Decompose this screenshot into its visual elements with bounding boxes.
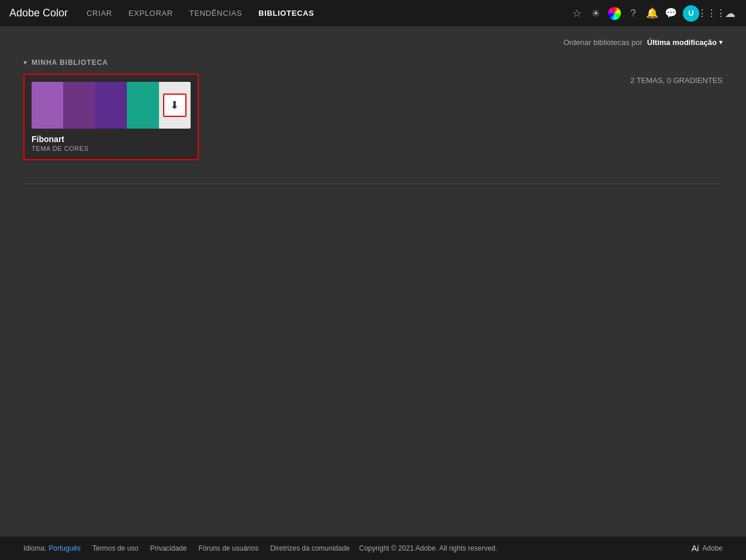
footer-privacy-link[interactable]: Privacidade bbox=[150, 544, 187, 552]
library-header: ▾ MINHA BIBLIOTECA bbox=[23, 58, 723, 67]
library-section: ▾ MINHA BIBLIOTECA ⬇ Fibonart bbox=[23, 58, 723, 160]
chat-icon[interactable]: 💬 bbox=[664, 7, 677, 20]
sort-label: Ordenar bibliotecas por bbox=[564, 38, 643, 47]
help-icon[interactable]: ? bbox=[627, 7, 640, 20]
download-icon: ⬇ bbox=[170, 99, 179, 112]
footer-adobe-label: Adobe bbox=[702, 544, 723, 552]
nav-criar[interactable]: CRIAR bbox=[87, 9, 112, 18]
footer-lang-label: Idioma: bbox=[23, 544, 46, 552]
swatch-1 bbox=[63, 82, 95, 129]
swatch-4: ⬇ bbox=[159, 82, 191, 129]
adobe-logo-icon: Ai bbox=[692, 544, 699, 553]
theme-card[interactable]: ⬇ Fibonart TEMA DE CORES bbox=[23, 74, 199, 160]
download-button[interactable]: ⬇ bbox=[163, 94, 186, 117]
avatar[interactable]: U bbox=[683, 5, 699, 22]
main-content: Ordenar bibliotecas por Última modificaç… bbox=[0, 26, 746, 537]
library-content-row: ⬇ Fibonart TEMA DE CORES 2 TEMAS, 0 GRAD… bbox=[23, 74, 723, 160]
color-wheel-icon[interactable] bbox=[608, 7, 621, 20]
theme-name: Fibonart bbox=[32, 134, 191, 144]
footer-terms-link[interactable]: Termos de uso bbox=[92, 544, 139, 552]
library-name: MINHA BIBLIOTECA bbox=[32, 58, 108, 67]
nav-links: CRIAR EXPLORAR TENDÊNCIAS BIBLIOTECAS bbox=[87, 9, 314, 18]
creative-cloud-icon[interactable]: ☁ bbox=[724, 7, 737, 20]
section-divider bbox=[23, 184, 723, 184]
library-collapse-icon[interactable]: ▾ bbox=[23, 58, 27, 67]
header: Adobe Color CRIAR EXPLORAR TENDÊNCIAS BI… bbox=[0, 0, 746, 26]
header-left: Adobe Color CRIAR EXPLORAR TENDÊNCIAS BI… bbox=[9, 7, 314, 19]
footer-right: Ai Adobe bbox=[692, 544, 723, 553]
sort-chevron-icon: ▾ bbox=[719, 39, 723, 46]
header-right: ☆ ☀ ? 🔔 💬 U ⋮⋮⋮ ☁ bbox=[571, 5, 737, 22]
footer-forums-link[interactable]: Fóruns de usuários bbox=[198, 544, 258, 552]
sort-dropdown[interactable]: Última modificação ▾ bbox=[647, 38, 723, 47]
sort-bar: Ordenar bibliotecas por Última modificaç… bbox=[23, 38, 723, 47]
nav-tendencias[interactable]: TENDÊNCIAS bbox=[189, 9, 242, 18]
nav-bibliotecas[interactable]: BIBLIOTECAS bbox=[258, 9, 314, 18]
app-title: Adobe Color bbox=[9, 7, 68, 19]
swatch-2 bbox=[95, 82, 127, 129]
footer-copyright: Copyright © 2021 Adobe. All rights reser… bbox=[359, 544, 497, 552]
notification-icon[interactable]: 🔔 bbox=[645, 7, 658, 20]
swatch-0 bbox=[32, 82, 63, 129]
footer: Idioma: Português Termos de uso Privacid… bbox=[0, 537, 746, 560]
grid-icon[interactable]: ⋮⋮⋮ bbox=[705, 7, 718, 20]
color-swatches: ⬇ bbox=[32, 82, 191, 129]
library-stats: 2 TEMAS, 0 GRADIENTES bbox=[630, 74, 723, 85]
star-icon[interactable]: ☆ bbox=[571, 7, 583, 20]
footer-lang-link[interactable]: Português bbox=[49, 544, 81, 552]
sun-icon[interactable]: ☀ bbox=[589, 7, 602, 20]
nav-explorar[interactable]: EXPLORAR bbox=[129, 9, 173, 18]
theme-type: TEMA DE CORES bbox=[32, 145, 191, 152]
footer-guidelines-link[interactable]: Diretrizes da comunidade bbox=[270, 544, 350, 552]
sort-value-text: Última modificação bbox=[647, 38, 717, 47]
swatch-3 bbox=[127, 82, 158, 129]
